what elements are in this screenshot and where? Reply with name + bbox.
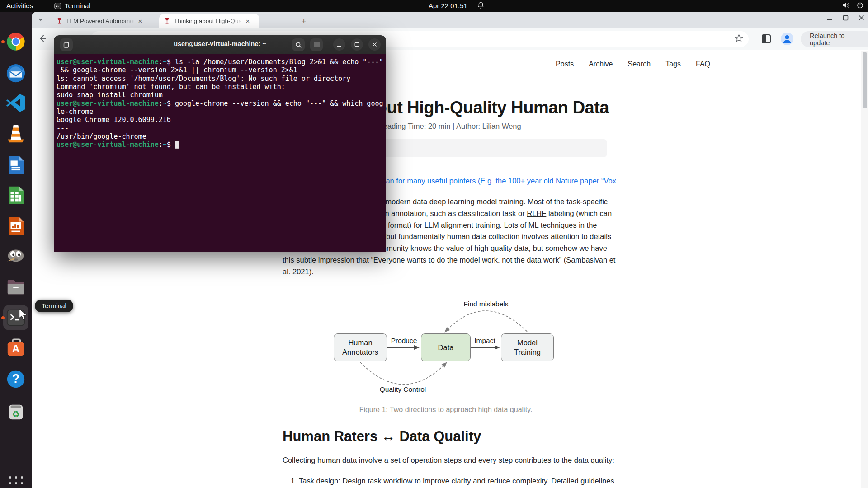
thunderbird-icon: [5, 63, 26, 84]
clock[interactable]: Apr 22 01:51: [429, 2, 467, 9]
text-line: && google-chrome --version 2>&1 || chrom…: [57, 66, 386, 74]
profile-avatar[interactable]: [781, 33, 793, 45]
terminal-header[interactable]: user@user-virtual-machine: ~: [54, 35, 386, 54]
section-paragraph: Collecting human data involve a set of o…: [283, 456, 614, 465]
power-icon: [857, 2, 863, 9]
terminal-close-button[interactable]: [368, 38, 381, 51]
terminal-body[interactable]: user@user-virtual-machine:~$ ls -la /hom…: [54, 54, 386, 252]
model-training-box: Model Training: [501, 333, 554, 361]
maximize-icon[interactable]: [843, 15, 849, 21]
ubuntu-software-icon: A: [5, 338, 26, 358]
tab-title: Thinking about High-Quality Human Data: [174, 18, 242, 24]
chrome-running-indicator: [1, 40, 5, 43]
tab-strip: LLM Powered Autonomous Agents × Thinking…: [32, 12, 868, 28]
scrollbar[interactable]: [861, 51, 868, 488]
system-tray[interactable]: [843, 2, 863, 9]
tab-llm-agents[interactable]: LLM Powered Autonomous Agents ×: [52, 14, 153, 28]
dock-item-thunderbird[interactable]: [5, 63, 26, 84]
terminal-menu-button[interactable]: [310, 38, 323, 51]
dock-item-impress[interactable]: [5, 216, 26, 236]
mouse-cursor: [18, 308, 29, 323]
produce-label: Produce: [387, 337, 421, 345]
notification-bell-icon: [477, 2, 484, 10]
show-applications-button[interactable]: [9, 476, 23, 488]
terminal-mini-icon: [54, 2, 61, 9]
help-icon: ?: [5, 369, 26, 389]
text-line: user@user-virtual-machine:~$ █: [57, 141, 386, 149]
terminal-window: user@user-virtual-machine: ~ user@user-v…: [54, 35, 386, 252]
figure-1: Human Annotators Data Model Training Pro…: [283, 294, 609, 416]
back-button[interactable]: [38, 33, 47, 45]
impact-label: Impact: [470, 337, 500, 345]
files-icon: [5, 277, 26, 298]
desktop: Activities Terminal Apr 22 01:51: [0, 0, 868, 488]
tab-title: LLM Powered Autonomous Agents: [66, 18, 134, 24]
dock-item-calc[interactable]: [5, 185, 26, 206]
figure-caption: Figure 1: Two directions to approach hig…: [283, 406, 609, 414]
nav-faq[interactable]: FAQ: [696, 60, 710, 68]
minimize-icon[interactable]: [827, 15, 833, 21]
side-panel-icon[interactable]: [762, 34, 771, 43]
libreoffice-impress-icon: [5, 216, 26, 236]
dock-separator: [5, 395, 26, 395]
tab-high-quality-data[interactable]: Thinking about High-Quality Human Data ×: [159, 14, 259, 28]
text-line: Command 'chromium' not found, but can be…: [57, 83, 386, 91]
text-line: user@user-virtual-machine:~$ ls -la /hom…: [57, 58, 386, 66]
wine-glass-favicon: [56, 18, 63, 24]
nav-posts[interactable]: Posts: [556, 60, 574, 68]
nav-tags[interactable]: Tags: [665, 60, 681, 68]
top-bar: Activities Terminal Apr 22 01:51: [0, 0, 868, 12]
vlc-icon: [5, 123, 26, 144]
human-annotators-box: Human Annotators: [334, 333, 387, 361]
terminal-maximize-button[interactable]: [351, 38, 363, 51]
text-line: ls: cannot access '/home/user/Documents/…: [57, 75, 386, 83]
nav-search[interactable]: Search: [627, 60, 651, 68]
text-line: this subtle impression that “Everyone wa…: [283, 254, 615, 266]
terminal-minimize-button[interactable]: [333, 38, 345, 51]
text-line: /usr/bin/google-chrome: [57, 132, 386, 141]
volume-icon: [843, 2, 850, 9]
svg-text:♻: ♻: [12, 409, 19, 419]
dock-item-writer[interactable]: [5, 155, 26, 175]
dock-item-software[interactable]: A: [5, 338, 26, 358]
svg-text:?: ?: [12, 372, 19, 385]
text-line: user@user-virtual-machine:~$ google-chro…: [57, 99, 386, 108]
activities-button[interactable]: Activities: [6, 2, 33, 9]
dock-item-vscode[interactable]: [5, 92, 26, 113]
dock-item-trash[interactable]: ♻: [5, 401, 26, 422]
bookmark-star-icon[interactable]: [735, 34, 743, 45]
focused-app-indicator[interactable]: Terminal: [54, 2, 90, 9]
dock-item-gimp[interactable]: [5, 244, 26, 265]
site-nav: Posts Archive Search Tags FAQ: [538, 60, 710, 68]
new-tab-button[interactable]: +: [299, 16, 309, 26]
data-box: Data: [421, 333, 471, 361]
libreoffice-writer-icon: [5, 155, 26, 175]
tab-search-chevron-icon[interactable]: [38, 16, 44, 24]
dock-item-files[interactable]: [5, 277, 26, 298]
vscode-icon: [5, 92, 26, 113]
svg-text:A: A: [12, 343, 20, 355]
close-icon[interactable]: [859, 15, 864, 21]
trash-icon: ♻: [5, 401, 26, 422]
dock-item-chrome[interactable]: [5, 31, 26, 52]
text-line: sudo snap install chromium: [57, 91, 386, 99]
window-controls: [827, 15, 864, 21]
dock-item-help[interactable]: ?: [5, 369, 26, 389]
scrollbar-thumb[interactable]: [863, 52, 867, 108]
tab-close-icon[interactable]: ×: [136, 17, 144, 25]
libreoffice-calc-icon: [5, 185, 26, 206]
list-item-1: 1. Task design: Design task workflow to …: [291, 477, 614, 485]
relaunch-to-update-button[interactable]: Relaunch to update ⋮: [801, 31, 868, 47]
gimp-icon: [5, 244, 26, 265]
text-line: ---: [57, 124, 386, 132]
terminal-search-button[interactable]: [292, 38, 305, 51]
section-heading: Human Raters ↔ Data Quality: [283, 428, 481, 445]
nav-archive[interactable]: Archive: [589, 60, 613, 68]
dock: A ? ♻: [0, 12, 32, 488]
quality-control-label: Quality Control: [367, 385, 439, 394]
dock-item-vlc[interactable]: [5, 123, 26, 144]
chrome-icon: [5, 31, 26, 52]
tab-close-icon[interactable]: ×: [244, 17, 252, 25]
text-line: le-chrome: [57, 108, 386, 116]
text-line: al. 2021).: [283, 266, 615, 278]
